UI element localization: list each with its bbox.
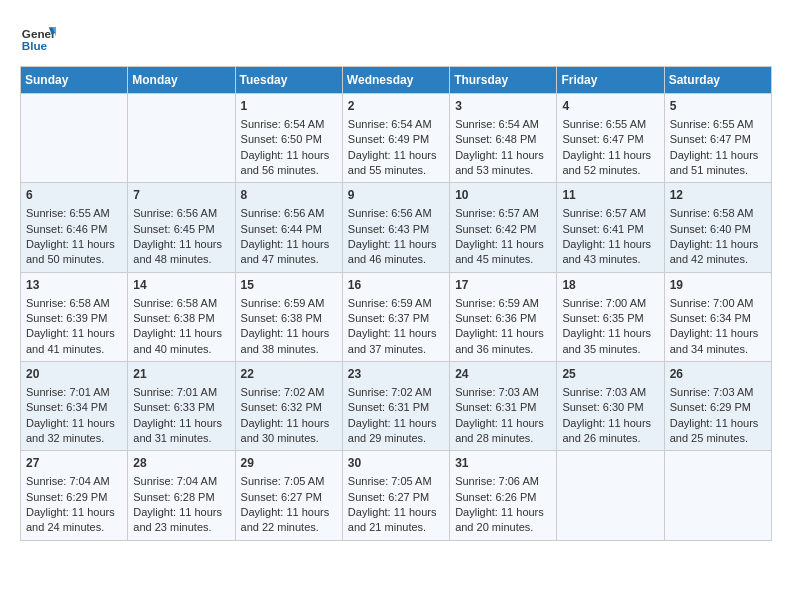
day-number: 2 [348,98,444,115]
sunrise-time: Sunrise: 7:06 AM [455,475,539,487]
day-number: 13 [26,277,122,294]
sunset-time: Sunset: 6:30 PM [562,401,643,413]
day-number: 31 [455,455,551,472]
day-number: 8 [241,187,337,204]
daylight-hours: Daylight: 11 hours and 32 minutes. [26,417,115,444]
day-number: 26 [670,366,766,383]
sunrise-time: Sunrise: 6:54 AM [348,118,432,130]
sunset-time: Sunset: 6:45 PM [133,223,214,235]
sunrise-time: Sunrise: 7:04 AM [26,475,110,487]
daylight-hours: Daylight: 11 hours and 46 minutes. [348,238,437,265]
sunrise-time: Sunrise: 7:02 AM [348,386,432,398]
sunset-time: Sunset: 6:41 PM [562,223,643,235]
logo-icon: General Blue [20,20,56,56]
sunrise-time: Sunrise: 6:59 AM [455,297,539,309]
day-number: 11 [562,187,658,204]
sunset-time: Sunset: 6:48 PM [455,133,536,145]
daylight-hours: Daylight: 11 hours and 24 minutes. [26,506,115,533]
calendar-cell: 8Sunrise: 6:56 AMSunset: 6:44 PMDaylight… [235,183,342,272]
calendar-cell: 17Sunrise: 6:59 AMSunset: 6:36 PMDayligh… [450,272,557,361]
daylight-hours: Daylight: 11 hours and 41 minutes. [26,327,115,354]
sunrise-time: Sunrise: 7:04 AM [133,475,217,487]
daylight-hours: Daylight: 11 hours and 31 minutes. [133,417,222,444]
daylight-hours: Daylight: 11 hours and 50 minutes. [26,238,115,265]
calendar-cell [557,451,664,540]
day-number: 28 [133,455,229,472]
weekday-header: Sunday [21,67,128,94]
calendar-cell: 14Sunrise: 6:58 AMSunset: 6:38 PMDayligh… [128,272,235,361]
day-number: 20 [26,366,122,383]
day-number: 3 [455,98,551,115]
sunrise-time: Sunrise: 7:05 AM [348,475,432,487]
daylight-hours: Daylight: 11 hours and 26 minutes. [562,417,651,444]
daylight-hours: Daylight: 11 hours and 22 minutes. [241,506,330,533]
daylight-hours: Daylight: 11 hours and 40 minutes. [133,327,222,354]
daylight-hours: Daylight: 11 hours and 55 minutes. [348,149,437,176]
daylight-hours: Daylight: 11 hours and 25 minutes. [670,417,759,444]
calendar-cell: 26Sunrise: 7:03 AMSunset: 6:29 PMDayligh… [664,362,771,451]
calendar-week-row: 6Sunrise: 6:55 AMSunset: 6:46 PMDaylight… [21,183,772,272]
calendar-week-row: 13Sunrise: 6:58 AMSunset: 6:39 PMDayligh… [21,272,772,361]
sunset-time: Sunset: 6:47 PM [670,133,751,145]
day-number: 23 [348,366,444,383]
sunrise-time: Sunrise: 7:00 AM [670,297,754,309]
sunrise-time: Sunrise: 6:57 AM [562,207,646,219]
day-number: 15 [241,277,337,294]
sunset-time: Sunset: 6:31 PM [455,401,536,413]
calendar-cell: 3Sunrise: 6:54 AMSunset: 6:48 PMDaylight… [450,94,557,183]
weekday-header: Thursday [450,67,557,94]
sunrise-time: Sunrise: 6:58 AM [670,207,754,219]
calendar-cell: 6Sunrise: 6:55 AMSunset: 6:46 PMDaylight… [21,183,128,272]
daylight-hours: Daylight: 11 hours and 21 minutes. [348,506,437,533]
sunset-time: Sunset: 6:26 PM [455,491,536,503]
calendar-cell: 13Sunrise: 6:58 AMSunset: 6:39 PMDayligh… [21,272,128,361]
sunrise-time: Sunrise: 6:59 AM [348,297,432,309]
calendar-header: SundayMondayTuesdayWednesdayThursdayFrid… [21,67,772,94]
calendar-cell: 15Sunrise: 6:59 AMSunset: 6:38 PMDayligh… [235,272,342,361]
sunrise-time: Sunrise: 6:55 AM [26,207,110,219]
sunset-time: Sunset: 6:29 PM [670,401,751,413]
svg-text:Blue: Blue [22,39,48,52]
calendar-cell: 29Sunrise: 7:05 AMSunset: 6:27 PMDayligh… [235,451,342,540]
daylight-hours: Daylight: 11 hours and 23 minutes. [133,506,222,533]
day-number: 4 [562,98,658,115]
sunrise-time: Sunrise: 7:01 AM [26,386,110,398]
sunset-time: Sunset: 6:40 PM [670,223,751,235]
logo: General Blue [20,20,56,56]
day-number: 27 [26,455,122,472]
day-number: 29 [241,455,337,472]
calendar-cell: 20Sunrise: 7:01 AMSunset: 6:34 PMDayligh… [21,362,128,451]
calendar-week-row: 1Sunrise: 6:54 AMSunset: 6:50 PMDaylight… [21,94,772,183]
daylight-hours: Daylight: 11 hours and 38 minutes. [241,327,330,354]
day-number: 22 [241,366,337,383]
sunset-time: Sunset: 6:39 PM [26,312,107,324]
calendar-cell: 23Sunrise: 7:02 AMSunset: 6:31 PMDayligh… [342,362,449,451]
sunrise-time: Sunrise: 7:03 AM [455,386,539,398]
sunset-time: Sunset: 6:44 PM [241,223,322,235]
sunset-time: Sunset: 6:34 PM [26,401,107,413]
day-number: 6 [26,187,122,204]
sunset-time: Sunset: 6:42 PM [455,223,536,235]
sunset-time: Sunset: 6:33 PM [133,401,214,413]
sunset-time: Sunset: 6:50 PM [241,133,322,145]
day-number: 16 [348,277,444,294]
page-header: General Blue [20,20,772,56]
weekday-header: Wednesday [342,67,449,94]
day-number: 1 [241,98,337,115]
calendar-cell [128,94,235,183]
sunrise-time: Sunrise: 7:05 AM [241,475,325,487]
sunset-time: Sunset: 6:49 PM [348,133,429,145]
calendar-week-row: 27Sunrise: 7:04 AMSunset: 6:29 PMDayligh… [21,451,772,540]
calendar-cell: 28Sunrise: 7:04 AMSunset: 6:28 PMDayligh… [128,451,235,540]
sunset-time: Sunset: 6:37 PM [348,312,429,324]
calendar-cell [21,94,128,183]
daylight-hours: Daylight: 11 hours and 42 minutes. [670,238,759,265]
day-number: 7 [133,187,229,204]
weekday-header: Tuesday [235,67,342,94]
day-number: 9 [348,187,444,204]
daylight-hours: Daylight: 11 hours and 36 minutes. [455,327,544,354]
calendar-cell: 10Sunrise: 6:57 AMSunset: 6:42 PMDayligh… [450,183,557,272]
day-number: 25 [562,366,658,383]
weekday-header: Saturday [664,67,771,94]
sunrise-time: Sunrise: 7:03 AM [670,386,754,398]
